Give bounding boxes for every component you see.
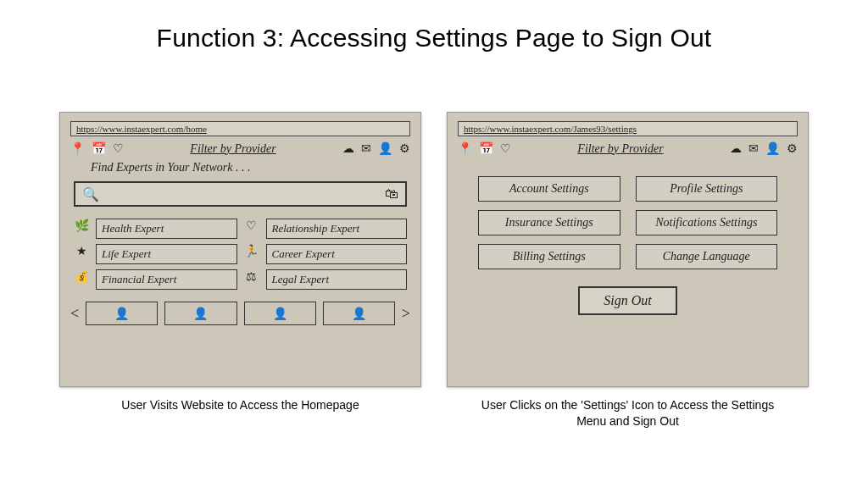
change-language-button[interactable]: Change Language: [636, 244, 778, 269]
category-health[interactable]: Health Expert: [96, 219, 237, 239]
user-icon[interactable]: 👤: [378, 141, 392, 156]
finance-icon: 💰: [74, 269, 89, 290]
legal-icon: ⚖: [244, 269, 259, 290]
mail-icon[interactable]: ✉: [361, 141, 371, 156]
carousel-item[interactable]: 👤: [164, 302, 236, 325]
tagline: Find Experts in Your Network . . .: [91, 161, 410, 174]
calendar-icon[interactable]: 📅: [479, 141, 493, 156]
cloud-icon[interactable]: ☁: [730, 141, 742, 156]
insurance-settings-button[interactable]: Insurance Settings: [478, 210, 620, 235]
category-legal[interactable]: Legal Expert: [266, 269, 408, 290]
profile-settings-button[interactable]: Profile Settings: [636, 176, 778, 202]
notifications-settings-button[interactable]: Notifications Settings: [636, 210, 778, 235]
carousel-prev[interactable]: <: [70, 305, 79, 323]
homepage-sketch: https://www.instaexpert.com/home 📍 📅 ♡ F…: [59, 112, 421, 387]
panel1-caption: User Visits Website to Access the Homepa…: [121, 397, 359, 413]
cloud-icon[interactable]: ☁: [342, 141, 354, 156]
top-icon-row: 📍 📅 ♡ Filter by Provider ☁ ✉ 👤 ⚙: [458, 141, 798, 156]
panels-row: https://www.instaexpert.com/home 📍 📅 ♡ F…: [59, 112, 809, 429]
health-icon: 🌿: [74, 219, 89, 239]
page-title: Function 3: Accessing Settings Page to S…: [0, 24, 868, 53]
career-icon: 🏃: [244, 244, 259, 264]
calendar-icon[interactable]: 📅: [92, 141, 106, 156]
url-bar[interactable]: https://www.instaexpert.com/James93/sett…: [458, 121, 798, 136]
gear-icon[interactable]: ⚙: [787, 141, 798, 156]
pin-icon[interactable]: 📍: [458, 141, 472, 156]
sign-out-button[interactable]: Sign Out: [578, 286, 676, 315]
search-icon: 🔍: [82, 186, 99, 202]
gear-icon[interactable]: ⚙: [399, 141, 410, 156]
filter-label: Filter by Provider: [518, 142, 723, 156]
category-financial[interactable]: Financial Expert: [96, 269, 237, 290]
expert-carousel: < 👤 👤 👤 👤 >: [70, 302, 410, 325]
settings-sketch: https://www.instaexpert.com/James93/sett…: [447, 112, 809, 387]
panel2-caption: User Clicks on the 'Settings' Icon to Ac…: [467, 397, 789, 429]
category-grid: 🌿 Health Expert ♡ Relationship Expert ★ …: [74, 219, 407, 290]
carousel-item[interactable]: 👤: [244, 302, 316, 325]
signout-row: Sign Out: [458, 286, 798, 315]
carousel-item[interactable]: 👤: [86, 302, 158, 325]
carousel-item[interactable]: 👤: [323, 302, 395, 325]
user-icon[interactable]: 👤: [765, 141, 780, 156]
panel-settings: https://www.instaexpert.com/James93/sett…: [447, 112, 809, 429]
mail-icon[interactable]: ✉: [748, 141, 759, 156]
panel-homepage: https://www.instaexpert.com/home 📍 📅 ♡ F…: [59, 112, 421, 429]
life-icon: ★: [74, 244, 89, 264]
account-settings-button[interactable]: Account Settings: [478, 176, 620, 202]
bag-icon: 🛍: [385, 186, 398, 202]
heart-icon[interactable]: ♡: [113, 141, 124, 156]
category-life[interactable]: Life Expert: [96, 244, 237, 264]
top-icon-row: 📍 📅 ♡ Filter by Provider ☁ ✉ 👤 ⚙: [70, 141, 410, 156]
heart-icon: ♡: [244, 219, 259, 239]
search-input[interactable]: 🔍 🛍: [74, 181, 407, 207]
pin-icon[interactable]: 📍: [70, 141, 85, 156]
billing-settings-button[interactable]: Billing Settings: [478, 244, 620, 269]
url-bar[interactable]: https://www.instaexpert.com/home: [70, 121, 410, 136]
settings-grid: Account Settings Profile Settings Insura…: [478, 176, 777, 269]
category-career[interactable]: Career Expert: [266, 244, 408, 264]
carousel-next[interactable]: >: [402, 305, 410, 323]
filter-label: Filter by Provider: [131, 142, 336, 156]
category-relationship[interactable]: Relationship Expert: [266, 219, 408, 239]
heart-icon[interactable]: ♡: [500, 141, 511, 156]
